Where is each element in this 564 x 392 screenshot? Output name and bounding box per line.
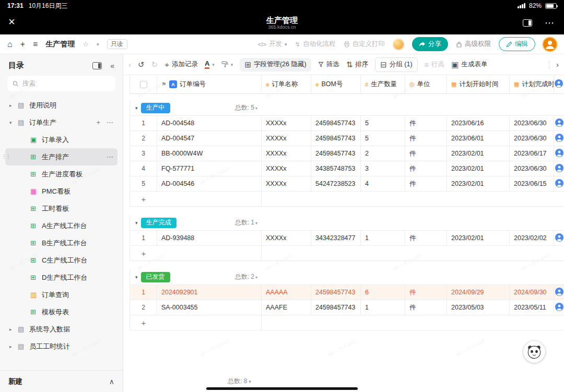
toggle-panel-icon[interactable] [523, 19, 532, 27]
cell-col6[interactable]: 2023/06/15 [510, 176, 554, 191]
cell-col3[interactable]: 2 [361, 146, 405, 161]
custom-print-button[interactable]: 自定义打印 [344, 40, 385, 49]
cell-col2[interactable]: 24598457743 [311, 300, 361, 315]
add-row-button[interactable]: + [130, 192, 564, 207]
sidebar-item-0[interactable]: ▸▤使用说明 [5, 97, 118, 114]
column-header-2[interactable]: ≡BOM号 [311, 75, 361, 93]
close-icon[interactable]: × [8, 16, 15, 28]
cell-col4[interactable]: 件 [405, 300, 447, 315]
cell-col0[interactable]: SA-0003455 [157, 300, 262, 315]
home-indicator[interactable] [206, 387, 358, 390]
sidebar-item-9[interactable]: ⊞C生产线工作台 [5, 252, 118, 269]
cell-col0[interactable]: BB-0000W4W [157, 146, 262, 161]
row-number-cell[interactable]: 1 [130, 116, 157, 130]
add-sheet-icon[interactable]: + [96, 118, 100, 126]
generate-form-button[interactable]: ▣ 生成表单 [451, 60, 487, 69]
collapse-left-icon[interactable]: ‹ [128, 60, 131, 69]
row-height-button[interactable]: ≡ 行高 [425, 60, 445, 69]
cell-col6[interactable]: 2023/06/30 [510, 116, 554, 130]
star-icon[interactable]: ☆ [83, 40, 89, 48]
sidebar-search[interactable] [7, 76, 115, 91]
collapse-group-icon[interactable]: ▾ [130, 275, 141, 280]
sidebar-item-3[interactable]: ⊞生产排产⋯⋮⋮ [5, 148, 118, 165]
cell-col5[interactable]: 2023/06/01 [447, 131, 510, 146]
cell-col4[interactable]: 件 [405, 146, 447, 161]
cell-col4[interactable]: 件 [405, 161, 447, 176]
tree-toggle-icon[interactable]: ▾ [9, 120, 18, 125]
sidebar-item-1[interactable]: ▾▤订单生产+⋯ [5, 114, 118, 131]
member-coin-icon[interactable] [393, 39, 404, 50]
sidebar-item-4[interactable]: ⊞生产进度看板 [5, 165, 118, 183]
collapse-group-icon[interactable]: ▾ [130, 220, 141, 225]
advanced-permission-button[interactable]: 高级权限 [456, 40, 491, 49]
cell-col4[interactable]: 件 [405, 116, 447, 130]
redo-icon[interactable]: ↻ [151, 60, 158, 69]
menu-icon[interactable]: ≡ [33, 40, 38, 49]
cell-col0[interactable]: AD-004547 [157, 131, 262, 146]
automation-button[interactable]: ↯ 自动化流程 [295, 40, 336, 49]
group-count[interactable]: 总数: 5▾ [218, 103, 257, 112]
grid-footer-count[interactable]: 总数: 8 ▾ [228, 377, 251, 386]
group-button[interactable]: ⊟ 分组 (1) [375, 57, 417, 72]
more-icon[interactable]: ⋯ [107, 118, 113, 126]
sidebar-item-2[interactable]: ▣订单录入 [5, 131, 118, 148]
group-count[interactable]: 总数: 2▾ [218, 272, 257, 281]
user-avatar[interactable] [543, 38, 557, 51]
cell-col6[interactable]: 2023/05/11 [510, 300, 554, 315]
select-all-checkbox[interactable] [140, 81, 147, 88]
row-number-cell[interactable]: 5 [130, 176, 157, 191]
cell-col0[interactable]: AD-004546 [157, 176, 262, 191]
group-status-badge[interactable]: 生产完成 [141, 218, 177, 228]
sidebar-item-14[interactable]: ▸▤员工工时统计 [5, 338, 118, 355]
more-menu-icon[interactable]: ⋯ [545, 17, 555, 29]
cell-col2[interactable]: 24598457743 [311, 116, 361, 130]
add-row-button[interactable]: + [130, 246, 564, 261]
share-button[interactable]: 分享 [412, 37, 448, 51]
cell-col5[interactable]: 2023/02/01 [447, 161, 510, 176]
tree-toggle-icon[interactable]: ▸ [9, 344, 18, 349]
creator-cell[interactable] [554, 231, 564, 245]
cell-col2[interactable]: 24598457743 [311, 131, 361, 146]
column-header-3[interactable]: #生产数量 [361, 75, 405, 93]
row-number-cell[interactable]: 3 [130, 146, 157, 161]
row-number-cell[interactable]: 1 [130, 285, 157, 300]
cell-col1[interactable]: XXXXx [262, 146, 311, 161]
cell-col6[interactable]: 2023/06/30 [510, 161, 554, 176]
cell-col2[interactable]: 24598457743 [311, 285, 361, 300]
cell-col2[interactable]: 54247238523 [311, 176, 361, 191]
column-header-4[interactable]: ◎单位 [405, 75, 447, 93]
cell-col3[interactable]: 3 [361, 161, 405, 176]
field-management-button[interactable]: ⊞ 字段管理(26 隐藏) [240, 58, 311, 72]
cell-col4[interactable]: 件 [405, 176, 447, 191]
creator-cell[interactable] [554, 285, 564, 300]
sidebar-item-5[interactable]: ▦PMC看板 [5, 183, 118, 200]
cell-col1[interactable]: XXXXx [262, 116, 311, 130]
caret-down-icon[interactable]: ▾ [97, 42, 99, 47]
group-count[interactable]: 总数: 1▾ [218, 218, 257, 227]
assistant-mascot[interactable] [523, 341, 545, 363]
group-status-badge[interactable]: 已发货 [141, 272, 170, 282]
cell-col2[interactable]: 24598457743 [311, 146, 361, 161]
sidebar-item-10[interactable]: ⊞D生产线工作台 [5, 269, 118, 286]
dev-button[interactable]: </> 开发 ▾ [258, 40, 287, 49]
cell-col6[interactable]: 2024/09/30 [510, 285, 554, 300]
cell-col4[interactable]: 件 [405, 131, 447, 146]
cell-col0[interactable]: AD-939488 [157, 231, 262, 245]
cell-col3[interactable]: 6 [361, 285, 405, 300]
cell-col1[interactable]: XXXXx [262, 131, 311, 146]
sidebar-item-12[interactable]: ⊞模板母表 [5, 303, 118, 320]
cell-col3[interactable]: 5 [361, 116, 405, 130]
cell-col4[interactable]: 件 [405, 285, 447, 300]
view-toggle-icon[interactable] [92, 62, 102, 69]
cell-col3[interactable]: 4 [361, 176, 405, 191]
cell-col0[interactable]: 2024092901 [157, 285, 262, 300]
column-header-creator[interactable] [554, 75, 564, 93]
cell-col0[interactable]: FQ-577771 [157, 161, 262, 176]
select-all-cell[interactable] [130, 75, 157, 93]
scroll-right-icon[interactable]: › [556, 60, 559, 69]
tree-toggle-icon[interactable]: ▸ [9, 327, 18, 332]
creator-cell[interactable] [554, 131, 564, 146]
column-header-1[interactable]: ≡订单名称 [262, 75, 311, 93]
creator-cell[interactable] [554, 300, 564, 315]
creator-cell[interactable] [554, 161, 564, 176]
